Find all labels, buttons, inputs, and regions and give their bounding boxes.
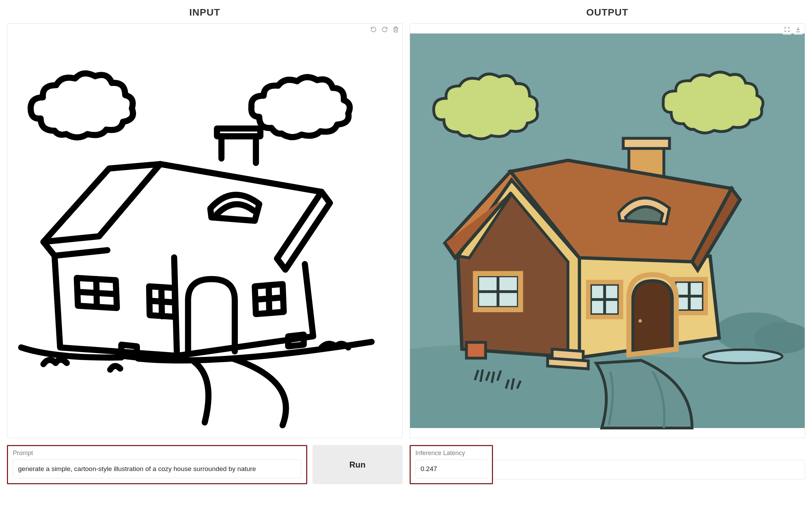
- trash-icon: [393, 26, 399, 34]
- run-button[interactable]: Run: [312, 445, 403, 484]
- svg-point-17: [638, 319, 642, 323]
- output-column: OUTPUT: [410, 7, 805, 484]
- latency-value: 0.247: [416, 460, 487, 478]
- redo-button[interactable]: [380, 26, 389, 35]
- prompt-input[interactable]: generate a simple, cartoon-style illustr…: [13, 460, 301, 478]
- svg-rect-4: [623, 138, 669, 148]
- undo-button[interactable]: [369, 26, 378, 35]
- prompt-label: Prompt: [13, 450, 301, 457]
- output-title: OUTPUT: [410, 7, 805, 18]
- output-illustration: [410, 24, 805, 438]
- svg-rect-18: [466, 342, 485, 358]
- prompt-block: Prompt generate a simple, cartoon-style …: [7, 445, 307, 484]
- input-sketch-canvas[interactable]: [10, 26, 400, 435]
- latency-label: Inference Latency: [416, 450, 487, 457]
- run-button-label: Run: [349, 460, 366, 470]
- output-image-canvas: [410, 24, 805, 438]
- input-image-panel: [7, 23, 403, 438]
- latency-field-extension: [493, 460, 805, 479]
- sketch-drawing: [10, 26, 400, 435]
- output-toolbar: [782, 26, 803, 35]
- input-bottom-row: Prompt generate a simple, cartoon-style …: [7, 445, 403, 484]
- redo-icon: [382, 26, 388, 34]
- input-toolbar: [369, 26, 400, 35]
- download-button[interactable]: [794, 26, 803, 35]
- output-bottom-row: Inference Latency 0.247: [410, 445, 805, 484]
- fullscreen-button[interactable]: [782, 26, 792, 35]
- download-icon: [795, 26, 801, 34]
- svg-point-19: [703, 350, 782, 363]
- output-image-panel: [410, 23, 805, 438]
- latency-block: Inference Latency 0.247: [410, 445, 493, 484]
- input-title: INPUT: [7, 7, 403, 18]
- delete-button[interactable]: [391, 26, 400, 35]
- input-column: INPUT: [7, 7, 403, 484]
- fullscreen-icon: [784, 26, 790, 34]
- undo-icon: [370, 26, 377, 34]
